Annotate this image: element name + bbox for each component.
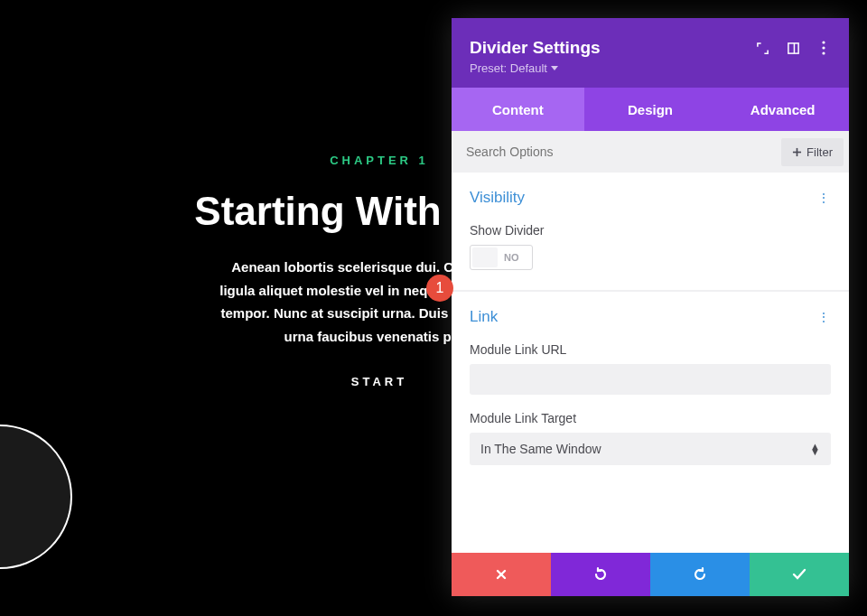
select-arrows-icon: ▲▼ [810,443,820,454]
undo-button[interactable] [551,553,650,596]
section-link: Link ⋮ Module Link URL Module Link Targe… [452,292,849,485]
check-icon [792,568,806,581]
module-link-target-select[interactable]: In The Same Window ▲▼ [470,433,831,465]
modal-tabs: Content Design Advanced [452,88,849,131]
search-input[interactable] [466,145,781,159]
module-link-target-label: Module Link Target [470,411,831,425]
cancel-button[interactable] [452,553,551,596]
redo-button[interactable] [650,553,750,596]
divider-settings-modal: Divider Settings Preset: Default Content… [452,18,849,596]
decorative-circle [0,425,72,569]
tab-advanced[interactable]: Advanced [716,88,849,131]
tab-design[interactable]: Design [584,88,717,131]
filter-button[interactable]: Filter [781,138,844,166]
module-link-url-input[interactable] [470,364,831,395]
modal-body[interactable]: Visibility ⋮ Show Divider NO Link ⋮ Modu… [452,173,849,553]
module-link-url-label: Module Link URL [470,342,831,357]
expand-icon[interactable] [755,41,769,55]
preset-dropdown[interactable]: Preset: Default [470,61,831,75]
section-visibility: Visibility ⋮ Show Divider NO [452,173,849,292]
svg-point-3 [822,46,825,49]
undo-icon [592,566,609,583]
close-icon [495,568,508,581]
redo-icon [692,566,708,583]
section-title-link[interactable]: Link [470,308,498,326]
section-menu-icon[interactable]: ⋮ [817,195,831,201]
svg-rect-0 [788,42,797,52]
svg-point-2 [822,41,825,43]
modal-title: Divider Settings [470,38,601,58]
show-divider-label: Show Divider [470,223,831,238]
save-button[interactable] [750,553,849,596]
dock-icon[interactable] [786,41,800,55]
modal-footer [452,553,849,596]
modal-header[interactable]: Divider Settings Preset: Default [452,18,849,88]
plus-icon [792,147,802,157]
section-title-visibility[interactable]: Visibility [470,189,525,207]
kebab-menu-icon[interactable] [816,41,831,55]
chevron-down-icon [551,66,558,71]
section-menu-icon[interactable]: ⋮ [817,314,831,321]
step-badge-1: 1 [426,275,453,302]
svg-point-4 [822,51,825,54]
show-divider-toggle[interactable]: NO [470,245,533,270]
tab-content[interactable]: Content [452,88,584,131]
search-bar: Filter [452,131,849,173]
